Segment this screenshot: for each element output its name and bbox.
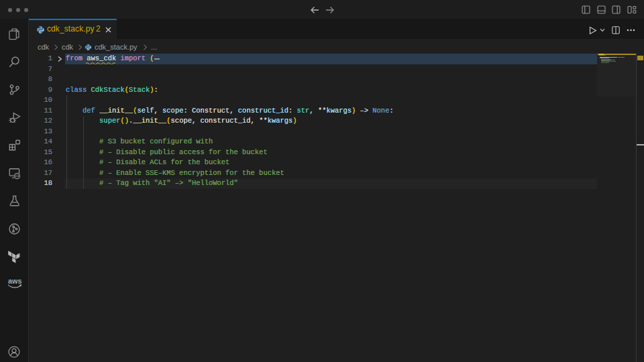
svg-text:aws: aws <box>8 277 21 285</box>
